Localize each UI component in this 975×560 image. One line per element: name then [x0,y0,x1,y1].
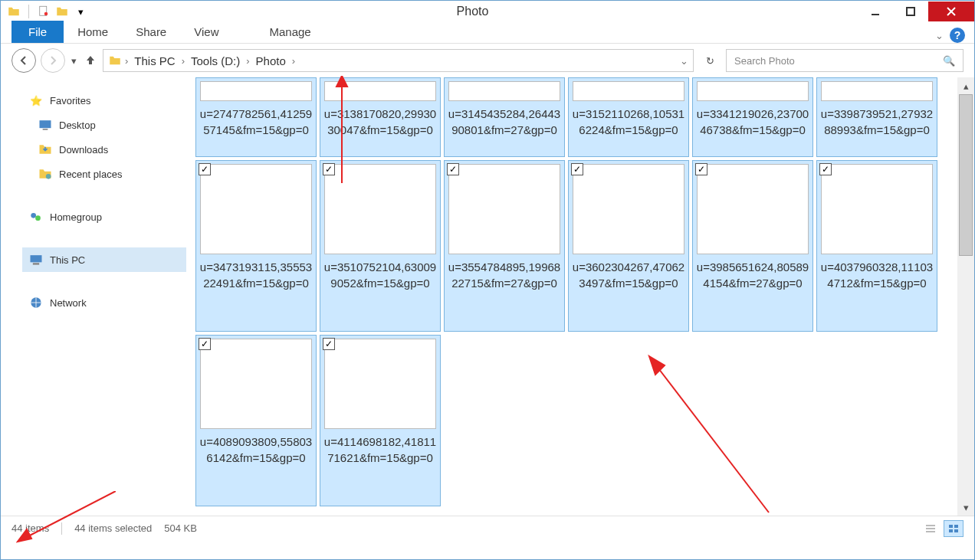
thumbnail [200,164,312,254]
file-item[interactable]: u=3138170820,2993030047&fm=15&gp=0 [320,77,441,157]
checkbox-icon[interactable]: ✓ [819,163,832,175]
address-dropdown-icon[interactable]: ⌄ [680,55,688,67]
refresh-button[interactable]: ↻ [698,49,721,72]
back-button[interactable] [11,48,36,73]
file-item[interactable]: u=3145435284,2644390801&fm=27&gp=0 [444,77,565,157]
checkbox-icon[interactable]: ✓ [447,163,459,175]
computer-icon [28,252,44,267]
scrollbar[interactable]: ▴ ▾ [957,77,974,516]
thumbnail [821,164,933,254]
sidebar-item-recent[interactable]: Recent places [22,162,186,186]
file-name: u=3985651624,805894154&fm=27&gp=0 [693,259,812,291]
file-item[interactable]: u=2747782561,4125957145&fm=15&gp=0 [195,77,317,157]
file-item[interactable]: ✓u=3985651624,805894154&fm=27&gp=0 [692,160,813,332]
file-item[interactable]: ✓u=3602304267,470623497&fm=15&gp=0 [568,160,689,332]
sidebar-item-homegroup[interactable]: Homegroup [22,205,186,229]
new-folder-icon[interactable] [55,5,69,18]
file-name: u=2747782561,4125957145&fm=15&gp=0 [196,106,316,138]
sidebar: ⭐Favorites Desktop Downloads Recent plac… [1,77,192,516]
ribbon-expand-icon[interactable]: ⌄ [935,30,944,41]
file-name: u=4037960328,111034712&fm=15&gp=0 [817,259,937,291]
scrollbar-thumb[interactable] [959,94,973,256]
file-item[interactable]: u=3341219026,2370046738&fm=15&gp=0 [692,77,813,157]
checkbox-icon[interactable]: ✓ [323,338,335,350]
file-name: u=3473193115,3555322491&fm=15&gp=0 [196,259,316,291]
file-item[interactable]: ✓u=4037960328,111034712&fm=15&gp=0 [816,160,937,332]
scroll-up-icon[interactable]: ▴ [957,77,974,94]
quick-access-dropdown-icon[interactable]: ▾ [74,5,87,18]
file-grid[interactable]: u=2747782561,4125957145&fm=15&gp=0u=3138… [192,77,957,516]
checkbox-icon[interactable]: ✓ [695,163,707,175]
tab-file[interactable]: File [11,21,64,43]
svg-rect-18 [954,525,958,528]
svg-rect-12 [33,263,39,265]
breadcrumb-item[interactable]: Tools (D:) [188,54,243,67]
svg-rect-20 [954,529,958,532]
thumbnails-view-icon[interactable] [944,520,964,537]
svg-rect-6 [40,120,51,128]
file-name: u=3554784895,1996822715&fm=27&gp=0 [445,259,564,291]
file-name: u=3145435284,2644390801&fm=27&gp=0 [445,106,564,138]
file-name: u=3138170820,2993030047&fm=15&gp=0 [320,106,440,138]
breadcrumb-item[interactable]: This PC [131,54,178,67]
file-name: u=3341219026,2370046738&fm=15&gp=0 [693,106,812,138]
file-name: u=4114698182,4181171621&fm=15&gp=0 [320,434,440,466]
forward-button[interactable] [41,48,65,73]
help-icon[interactable]: ? [950,28,965,43]
file-name: u=3398739521,2793288993&fm=15&gp=0 [817,106,937,138]
checkbox-icon[interactable]: ✓ [571,163,583,175]
close-button[interactable] [928,2,974,21]
svg-rect-11 [31,255,42,262]
tab-manage[interactable]: Manage [255,21,324,43]
scroll-down-icon[interactable]: ▾ [957,499,974,516]
sidebar-item-thispc[interactable]: This PC [22,247,186,272]
svg-point-8 [46,174,51,179]
file-item[interactable]: u=3152110268,105316224&fm=15&gp=0 [568,77,689,157]
maximize-button[interactable] [893,2,928,21]
thumbnail [448,81,560,101]
folder-icon [7,5,21,18]
tab-view[interactable]: View [180,21,232,43]
file-name: u=3152110268,105316224&fm=15&gp=0 [569,106,688,138]
title-bar: ▾ Picture Tools Photo [1,1,974,22]
search-placeholder: Search Photo [734,55,943,67]
folder-icon [108,54,122,67]
sidebar-item-downloads[interactable]: Downloads [22,137,186,162]
chevron-right-icon[interactable]: › [182,55,185,67]
tab-home[interactable]: Home [64,21,122,43]
up-button[interactable] [83,54,98,68]
network-icon [28,295,44,310]
file-item[interactable]: ✓u=3473193115,3555322491&fm=15&gp=0 [195,160,317,332]
chevron-right-icon[interactable]: › [246,55,249,67]
minimize-button[interactable] [858,2,893,21]
details-view-icon[interactable] [921,520,941,537]
tab-share[interactable]: Share [122,21,180,43]
file-item[interactable]: ✓u=4114698182,4181171621&fm=15&gp=0 [320,335,441,506]
checkbox-icon[interactable]: ✓ [199,338,211,350]
file-item[interactable]: ✓u=3510752104,630099052&fm=15&gp=0 [320,160,441,332]
chevron-right-icon[interactable]: › [125,55,128,67]
thumbnail [324,164,436,254]
file-item[interactable]: u=3398739521,2793288993&fm=15&gp=0 [816,77,937,157]
selection-size: 504 KB [164,522,197,534]
desktop-icon [38,117,53,133]
breadcrumb-item[interactable]: Photo [253,54,289,67]
download-icon [38,142,53,157]
properties-icon[interactable] [37,5,51,18]
thumbnail [573,81,684,101]
thumbnail [324,81,436,101]
checkbox-icon[interactable]: ✓ [323,163,335,175]
search-input[interactable]: Search Photo 🔍 [726,49,964,72]
svg-rect-7 [43,129,48,130]
history-dropdown-icon[interactable]: ▾ [70,55,78,67]
separator [28,5,29,18]
checkbox-icon[interactable]: ✓ [199,163,211,175]
file-item[interactable]: ✓u=3554784895,1996822715&fm=27&gp=0 [444,160,565,332]
sidebar-item-network[interactable]: Network [22,290,186,315]
sidebar-item-favorites[interactable]: ⭐Favorites [22,88,186,113]
svg-rect-17 [949,525,953,528]
chevron-right-icon[interactable]: › [292,55,295,67]
address-bar[interactable]: › This PC › Tools (D:) › Photo › ⌄ [103,49,694,72]
sidebar-item-desktop[interactable]: Desktop [22,113,186,137]
file-item[interactable]: ✓u=4089093809,558036142&fm=15&gp=0 [195,335,317,506]
